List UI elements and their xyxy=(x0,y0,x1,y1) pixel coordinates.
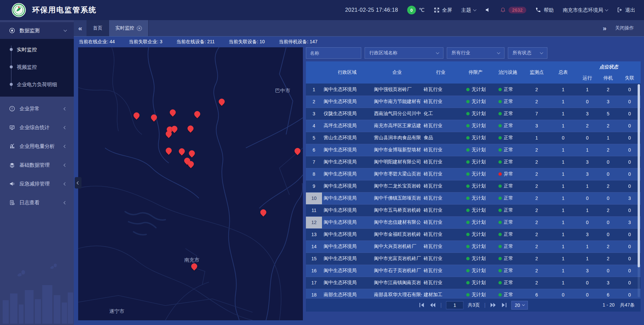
tab-realtime-monitor[interactable]: 实时监控 ✕ xyxy=(109,20,149,36)
table-row[interactable]: 8阆中生态环境局阆中市枣碧大梁山页岩砖瓦行业无计划异常21300 xyxy=(306,168,641,180)
map-pin[interactable] xyxy=(294,147,301,156)
map-pin[interactable] xyxy=(191,262,198,271)
row-facility-status: 正常 xyxy=(492,289,524,298)
status-dot-icon xyxy=(466,160,470,164)
sidebar-subitem-0[interactable]: 实时监控 xyxy=(0,41,74,58)
col-header-points[interactable]: 监测点 xyxy=(524,61,549,84)
close-operations-button[interactable]: 关闭操作 xyxy=(615,25,634,31)
sidebar-subitem-1[interactable]: 视频监控 xyxy=(0,58,74,76)
map-pin[interactable] xyxy=(187,160,195,169)
org-dropdown[interactable]: 南充市生态环境局 xyxy=(563,7,608,13)
notifications-button[interactable]: 2632 xyxy=(500,7,526,13)
map-pin[interactable] xyxy=(260,208,267,217)
status-filter-select[interactable]: 所有状态 xyxy=(508,47,547,59)
table-scrollbar[interactable] xyxy=(638,84,640,297)
map-pin[interactable] xyxy=(218,98,225,106)
sidebar-item-5[interactable]: 日志查看 xyxy=(0,193,74,212)
fullscreen-button[interactable]: 全屏 xyxy=(434,7,452,13)
sidebar-item-4[interactable]: 应急减排管理 xyxy=(0,174,74,193)
row-company: 营山县润丰肉食品有限 xyxy=(372,132,422,144)
map-panel[interactable]: 巴中市南充市遂宁市 xyxy=(78,47,303,320)
enterprise-table: 行政区域 企业 行业 停限产 治污设施 监测点 总表 点位状态 运行 xyxy=(306,61,641,298)
industry-filter-select[interactable]: 所有行业 xyxy=(447,47,504,59)
page-number-input[interactable] xyxy=(446,301,464,309)
table-row[interactable]: 18南部生态环境局南部县双华大理石有限公建材加工无计划正常60060 xyxy=(306,289,641,298)
row-running: 3 xyxy=(577,265,598,277)
row-meter: 1 xyxy=(549,240,577,253)
table-row[interactable]: 13阆中生态环境局阆中市金福旺页岩机砖砖瓦行业无计划正常21300 xyxy=(306,228,641,240)
mute-button[interactable] xyxy=(485,7,491,13)
map-pin[interactable] xyxy=(169,108,176,117)
table-row[interactable]: 12阆中生态环境局阆中市忠信建材有限公砖瓦行业无计划正常21003 xyxy=(306,216,641,228)
fullscreen-icon xyxy=(434,7,440,13)
page-size-select[interactable]: 20 xyxy=(512,301,528,310)
name-filter-input[interactable] xyxy=(306,47,361,59)
close-tab-icon[interactable]: ✕ xyxy=(137,26,142,31)
col-header-running[interactable]: 运行 xyxy=(577,73,598,84)
col-header-stopped[interactable]: 停机 xyxy=(598,73,619,84)
table-row[interactable]: 7阆中生态环境局阆中明阳建材有限公司砖瓦行业无计划正常21300 xyxy=(306,156,641,168)
table-row[interactable]: 16阆中生态环境局阆中市石子页岩机砖厂砖瓦行业无计划正常21300 xyxy=(306,265,641,277)
sidebar-item-3[interactable]: 基础数据管理 xyxy=(0,156,74,174)
table-row[interactable]: 5营山生态环境局营山县润丰肉食品有限食品无计划正常10010 xyxy=(306,132,641,144)
status-dot-icon xyxy=(466,172,470,176)
stats-bar: 当前在线企业: 44当前失联企业: 3当前在线设备: 211当前失联设备: 10… xyxy=(74,36,644,47)
tabs-scroll-left-icon[interactable]: « xyxy=(74,20,87,36)
col-header-lost[interactable]: 失联 xyxy=(619,73,641,84)
col-header-region[interactable]: 行政区域 xyxy=(322,61,372,84)
col-header-industry[interactable]: 行业 xyxy=(422,61,460,84)
logout-button[interactable]: 退出 xyxy=(617,7,635,13)
pin-icon xyxy=(217,97,226,106)
help-button[interactable]: 帮助 xyxy=(535,7,554,13)
table-row[interactable]: 17阆中生态环境局阆中市江南镇阆南页岩砖瓦行业无计划正常21030 xyxy=(306,277,641,289)
table-row[interactable]: 6阆中生态环境局阆中市金博瑞新型墙材砖瓦行业无计划正常21120 xyxy=(306,144,641,156)
sidebar-item-2[interactable]: 企业用电量分析 xyxy=(0,137,74,156)
map-collapse-button[interactable] xyxy=(75,177,82,188)
status-dot-icon xyxy=(498,209,502,212)
col-header-facility[interactable]: 治污设施 xyxy=(492,61,524,84)
sidebar-item-0[interactable]: 企业异常 xyxy=(0,99,74,118)
pin-icon xyxy=(186,124,195,132)
map-pin[interactable] xyxy=(133,111,140,120)
region-filter-select[interactable]: 行政区域名称 xyxy=(365,47,443,59)
table-row[interactable]: 9阆中生态环境局阆中市二龙长宝页岩砖砖瓦行业无计划正常21120 xyxy=(306,180,641,192)
col-header-limit[interactable]: 停限产 xyxy=(460,61,492,84)
row-running: 0 xyxy=(577,277,598,289)
first-page-icon[interactable] xyxy=(419,303,425,308)
table-row[interactable]: 2阆中生态环境局阆中市南方节能建材有砖瓦行业无计划正常21030 xyxy=(306,96,641,108)
row-region: 阆中生态环境局 xyxy=(322,156,372,168)
status-dot-icon xyxy=(466,88,470,91)
map-pin[interactable] xyxy=(150,113,158,122)
map-pin[interactable] xyxy=(165,147,172,155)
sidebar-item-1[interactable]: 企业综合统计 xyxy=(0,118,74,137)
map-pin[interactable] xyxy=(165,130,172,139)
tab-home[interactable]: 首页 xyxy=(87,20,109,36)
sidebar-subitem-2[interactable]: 企业电力负荷明细 xyxy=(0,76,74,93)
sidebar-item-label: 企业综合统计 xyxy=(19,124,50,131)
row-industry: 砖瓦行业 xyxy=(422,180,460,192)
map-pin[interactable] xyxy=(194,110,201,119)
row-meter: 1 xyxy=(549,265,577,277)
row-stopped: 0 xyxy=(598,216,619,228)
row-meter: 1 xyxy=(549,120,577,132)
sidebar-group-data-monitor[interactable]: 数据监测 xyxy=(0,22,74,39)
table-row[interactable]: 15阆中生态环境局阆中市光富页岩机砖厂砖瓦行业无计划正常21120 xyxy=(306,253,641,265)
theme-dropdown[interactable]: 主题 xyxy=(461,7,476,13)
table-row[interactable]: 11阆中生态环境局阆中市五马桥页岩机砖砖瓦行业无计划正常21120 xyxy=(306,204,641,216)
table-row[interactable]: 10阆中生态环境局阆中千佛镇五郎垭页岩砖瓦行业无计划正常21003 xyxy=(306,192,641,204)
col-header-index[interactable] xyxy=(306,61,322,84)
tabs-scroll-right-icon[interactable]: » xyxy=(603,24,606,32)
table-scrollbar-thumb[interactable] xyxy=(638,84,640,267)
table-row[interactable]: 1阆中生态环境局阆中强锐页岩砖厂砖瓦行业无计划正常21120 xyxy=(306,84,641,96)
table-row[interactable]: 14阆中生态环境局阆中大兴页岩机砖厂砖瓦行业无计划正常21120 xyxy=(306,240,641,253)
last-page-icon[interactable] xyxy=(501,303,507,308)
map-pin[interactable] xyxy=(187,124,194,133)
row-facility-status: 正常 xyxy=(492,132,524,144)
next-page-icon[interactable] xyxy=(490,303,496,308)
map-pin[interactable] xyxy=(178,147,185,156)
table-row[interactable]: 3仪陇生态环境局西南油气田分公司川中化工无计划正常71350 xyxy=(306,108,641,120)
col-header-meter[interactable]: 总表 xyxy=(549,61,577,84)
table-row[interactable]: 4高坪生态环境局南充市高坪区王家店建砖瓦行业无计划正常31220 xyxy=(306,120,641,132)
col-header-company[interactable]: 企业 xyxy=(372,61,422,84)
prev-page-icon[interactable] xyxy=(430,303,436,308)
